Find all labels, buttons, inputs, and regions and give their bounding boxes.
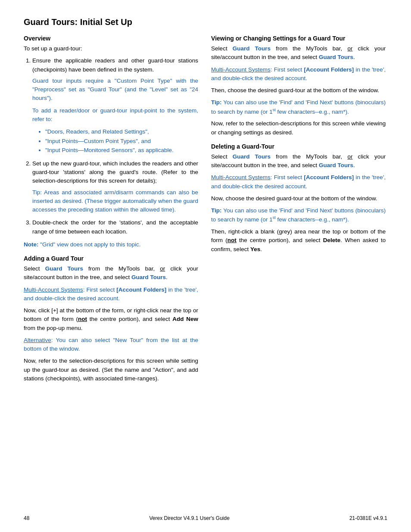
deleting-not: not [227,237,237,243]
viewing-guard-tours-link2: Guard Tours [319,54,353,60]
deleting-p3-mid: the centre portion), and select [237,237,323,243]
deleting-multi-account-label: Multi-Account Systems [211,174,271,180]
adding-p1-before: Select [24,265,45,272]
deleting-p2: Now, choose the desired guard-tour at th… [211,194,386,203]
adding-multi-account-bold: [Account Folders] [116,286,166,293]
deleting-guard-tours-link1: Guard Tours [233,153,271,160]
left-column: Overview To set up a guard-tour: Ensure … [24,35,198,386]
deleting-tip-end: ). [346,216,349,223]
deleting-p3-end: . [260,246,262,252]
adding-alt: Alternative: You can also select "New To… [24,336,198,354]
two-column-layout: Overview To set up a guard-tour: Ensure … [24,35,387,386]
deleting-title: Deleting a Guard-Tour [211,143,386,150]
bullet-1: "Doors, Readers, and Related Settings", [45,127,198,137]
overview-intro: To set up a guard-tour: [24,44,198,53]
deleting-tip: Tip: You can also use the 'Find' and 'Fi… [211,206,386,224]
note-text: Note: "Grid" view does not apply to this… [24,241,140,248]
viewing-p1-or: or [347,45,352,52]
steps-list: Ensure the applicable readers and other … [32,56,198,236]
viewing-multi-account-bold: [Account Folders] [304,66,354,73]
adding-p2-end: from the pop-up menu. [24,325,83,331]
adding-p1-mid: from the MyTools bar, [83,265,160,272]
step-2-tip: Tip: Areas and associated arm/disarm com… [32,188,198,215]
step-3: Double-check the order for the 'stations… [32,218,198,236]
deleting-guard-tours-link2: Guard Tours [319,162,353,168]
viewing-p1: Select Guard Tours from the MyTools bar,… [211,44,386,62]
deleting-p1: Select Guard Tours from the MyTools bar,… [211,152,386,170]
viewing-tip-after: few characters--e.g., nam [276,108,343,115]
deleting-delete: Delete [323,237,341,243]
deleting-p1-before: Select [211,153,233,160]
deleting-yes: Yes [250,246,260,252]
page-title: Guard Tours: Initial Set Up [24,17,387,27]
viewing-multi-account-label: Multi-Account Systems [211,66,271,73]
adding-add-new: Add New [172,316,198,322]
deleting-tip-sup: st [273,215,276,220]
adding-p1-or: or [160,265,165,272]
deleting-multi-account-text: : First select [271,174,304,180]
deleting-multi-account-bold: [Account Folders] [304,174,354,180]
deleting-p1-or: or [347,153,352,160]
viewing-p3: Now, refer to the selection-descriptions… [211,119,386,137]
adding-multi-account-label: Multi-Account Systems [24,286,83,293]
footer-page-number: 48 [24,515,29,521]
overview-note: Note: "Grid" view does not apply to this… [24,240,198,249]
adding-title: Adding a Guard Tour [24,255,198,262]
viewing-tip-end: ). [346,108,349,115]
viewing-tip: Tip: You can also use the 'Find' and 'Fi… [211,98,386,116]
viewing-p1-mid: from the MyTools bar, [271,45,347,52]
deleting-p1-mid: from the MyTools bar, [271,153,347,160]
viewing-p2: Then, choose the desired guard-tour at t… [211,86,386,95]
viewing-p1-end: . [353,54,355,60]
footer: 48 Verex Director V4.9.1 User's Guide 21… [24,515,387,521]
adding-p2: Now, click [+] at the bottom of the form… [24,306,198,333]
adding-guard-tours-link1: Guard Tours [45,265,83,272]
step-1: Ensure the applicable readers and other … [32,56,198,155]
step-1-text: Ensure the applicable readers and other … [32,57,198,72]
bullet-3: "Input Points—Monitored Sensors", as app… [45,146,198,155]
adding-p1-end: . [166,274,168,280]
footer-right: 21-0381E v4.9.1 [349,515,387,521]
step-1-notes: Guard tour inputs require a "Custom Poin… [32,77,198,155]
viewing-tip-sup: st [273,108,276,112]
viewing-multi-account: Multi-Account Systems: First select [Acc… [211,65,386,83]
viewing-title: Viewing or Changing Settings for a Guard… [211,35,386,42]
adding-p2-after: the centre portion), and select [87,316,172,322]
step-1-note-blue2: To add a reader/door or guard-tour input… [32,106,198,124]
right-column: Viewing or Changing Settings for a Guard… [211,35,386,386]
step-2-tip-text: Tip: Areas and associated arm/disarm com… [32,188,198,215]
adding-alt-label: Alternative [24,337,51,343]
deleting-p3: Then, right-click a blank (grey) area ne… [211,227,386,254]
adding-multi-account-text: : First select [83,286,117,293]
adding-not: not [78,316,87,322]
adding-p1: Select Guard Tours from the MyTools bar,… [24,264,198,282]
footer-center: Verex Director V4.9.1 User's Guide [149,515,229,521]
deleting-multi-account: Multi-Account Systems: First select [Acc… [211,173,386,191]
deleting-tip-after: few characters--e.g., nam [276,216,343,223]
step-2-text: Set up the new guard-tour, which include… [32,160,198,184]
step-2: Set up the new guard-tour, which include… [32,159,198,215]
adding-multi-account: Multi-Account Systems: First select [Acc… [24,286,198,303]
overview-title: Overview [24,35,198,42]
viewing-multi-account-text: : First select [271,66,304,73]
step-1-bullets: "Doors, Readers, and Related Settings", … [45,127,198,155]
deleting-tip-label: Tip: [211,207,222,214]
deleting-p1-end: . [353,162,355,168]
adding-guard-tours-link2: Guard Tours [131,274,166,280]
viewing-tip-label: Tip: [211,99,222,106]
adding-p3: Now, refer to the selection-descriptions… [24,357,198,383]
viewing-guard-tours-link1: Guard Tours [233,45,271,52]
step-1-note-blue: Guard tour inputs require a "Custom Poin… [32,77,198,103]
bullet-2: "Input Points—Custom Point Types", and [45,137,198,146]
viewing-p1-before: Select [211,45,233,52]
page: Guard Tours: Initial Set Up Overview To … [0,0,411,532]
